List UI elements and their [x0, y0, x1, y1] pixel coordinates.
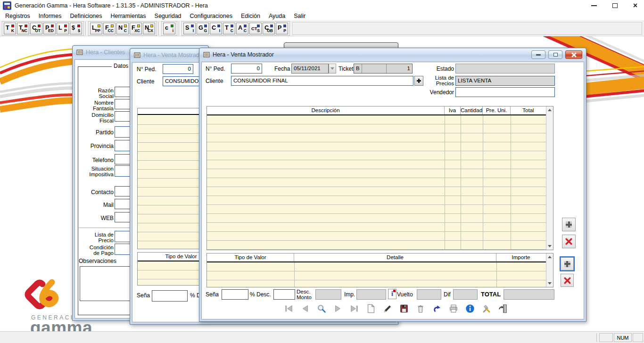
nav-first-icon[interactable]: [283, 303, 294, 314]
scroll-down-icon[interactable]: [546, 243, 553, 250]
maximize-icon[interactable]: [612, 3, 618, 8]
lista-precio-label: Lista de Precio: [79, 232, 114, 243]
menu-registros[interactable]: Registros: [1, 12, 34, 20]
toolbar-button-ped[interactable]: PED: [43, 23, 56, 34]
values-grid-scrollbar[interactable]: [546, 253, 553, 287]
search-icon[interactable]: [316, 303, 327, 314]
toolbar-button-tc[interactable]: TC: [223, 23, 235, 34]
menu-seguridad[interactable]: Seguridad: [150, 12, 186, 20]
minimize-icon[interactable]: [591, 5, 597, 6]
tools-icon[interactable]: [481, 303, 492, 314]
toolbar-button-ncx[interactable]: NCX: [143, 23, 155, 34]
exit-icon[interactable]: [497, 303, 509, 314]
window-venta-mostrador: Hera - Venta Mostrador N° Ped. 0 Fecha 0…: [199, 48, 586, 322]
toolbar-button-ci[interactable]: ci: [163, 23, 175, 34]
toolbar-button-ac[interactable]: AC: [236, 23, 248, 34]
cliente-add-button[interactable]: [414, 76, 423, 86]
items-col-preuni: Pre. Uni.: [483, 106, 511, 114]
items-grid-body[interactable]: [207, 115, 546, 250]
toolbar-button-lpp[interactable]: LPP: [90, 23, 102, 34]
info-icon[interactable]: [464, 303, 476, 314]
venta-minimize-icon[interactable]: [531, 50, 545, 59]
nped-field[interactable]: 0: [163, 64, 193, 74]
fecha-label: Fecha: [274, 65, 290, 72]
values-grid-body[interactable]: [207, 262, 546, 287]
venta-restore-icon[interactable]: [548, 50, 562, 59]
razon-social-label: Razón Social: [79, 88, 114, 99]
mdi-workspace: GENERACIÓN gamma Hera - Clientes Datos R…: [0, 36, 644, 331]
nav-previous-icon[interactable]: [299, 303, 311, 314]
fecha-field[interactable]: 05/11/2021: [291, 64, 329, 74]
plus-icon: [417, 79, 421, 83]
scroll-up-icon[interactable]: [546, 106, 553, 114]
toolbar-button-ci2[interactable]: CI: [210, 23, 222, 34]
main-toolbar: TK TNC COT PED LP $$ LPP FCC NC FXC NCX …: [0, 21, 644, 36]
menu-ayuda[interactable]: Ayuda: [264, 12, 289, 20]
close-icon[interactable]: ×: [633, 2, 637, 9]
values-delete-button[interactable]: [561, 274, 574, 287]
grid-column-divider: [461, 115, 461, 250]
values-grid[interactable]: Tipo de Valor Detalle Importe: [206, 253, 553, 287]
app-titlebar[interactable]: Generación Gamma - Hera Software - 1.31.…: [0, 0, 644, 11]
items-delete-button[interactable]: [562, 235, 576, 248]
nped-field[interactable]: 0: [231, 64, 262, 74]
print-icon[interactable]: [448, 303, 459, 314]
toolbar-separator: [179, 22, 180, 35]
toolbar-group-caja: ci: [161, 21, 177, 36]
delete-record-icon[interactable]: [415, 303, 426, 314]
toolbar-button-tnc[interactable]: TNC: [17, 23, 29, 34]
edit-record-icon[interactable]: [382, 303, 393, 314]
toolbar-button-cob[interactable]: COB: [263, 23, 275, 34]
menu-configuraciones[interactable]: Configuraciones: [186, 12, 237, 20]
values-add-button[interactable]: [561, 257, 574, 270]
sena-field[interactable]: [152, 290, 188, 302]
status-bar: NUM: [0, 331, 644, 343]
toolbar-button-fcc[interactable]: FCC: [103, 23, 116, 34]
change-info-button[interactable]: i: [388, 289, 396, 299]
menu-informes[interactable]: Informes: [34, 12, 66, 20]
menu-herramientas[interactable]: Herramientas: [107, 12, 150, 20]
sena-field[interactable]: [222, 289, 248, 300]
toolbar-button-tk[interactable]: TK: [4, 23, 16, 34]
toolbar-button-fxc[interactable]: FXC: [130, 23, 142, 34]
toolbar-button-money[interactable]: $$: [70, 23, 82, 34]
items-grid[interactable]: Descripción Iva Cantidad Pre. Uni. Total: [206, 106, 553, 250]
scroll-down-icon[interactable]: [546, 280, 553, 287]
new-record-icon[interactable]: [365, 303, 377, 314]
red-dot-icon: [393, 290, 396, 292]
cliente-label: Cliente: [206, 78, 223, 84]
telefono-label: Telefono: [79, 157, 114, 163]
menu-edicion[interactable]: Edición: [237, 12, 264, 20]
scroll-up-icon[interactable]: [546, 253, 553, 261]
pdesc-field[interactable]: [273, 289, 295, 300]
hera-window-icon: [203, 51, 210, 58]
toolbar-button-lp[interactable]: LP: [57, 23, 69, 34]
venta-titlebar[interactable]: Hera - Venta Mostrador: [200, 49, 586, 61]
partido-label: Partido: [79, 129, 114, 136]
items-add-button[interactable]: [562, 218, 576, 231]
toolbar-group-stock: SI GG CI TC AC CTS COB PP: [182, 21, 290, 36]
menu-salir[interactable]: Salir: [289, 12, 310, 20]
statusbar-divider: [596, 333, 597, 342]
vendedor-field[interactable]: [455, 87, 555, 97]
toolbar-button-gg[interactable]: GG: [197, 23, 209, 34]
sena-label: Seña: [206, 291, 219, 298]
venta-close-icon[interactable]: [565, 50, 582, 59]
menu-definiciones[interactable]: Definiciones: [66, 12, 106, 20]
save-icon[interactable]: [398, 303, 410, 314]
toolbar-button-si[interactable]: SI: [183, 23, 196, 34]
app-title: Generación Gamma - Hera Software - 1.31.…: [15, 2, 208, 9]
ticket-letter-cell: B: [354, 64, 362, 73]
toolbar-button-nc[interactable]: NC: [116, 23, 129, 34]
toolbar-button-cts[interactable]: CTS: [249, 23, 262, 34]
fecha-dropdown-icon[interactable]: [329, 64, 336, 74]
undo-icon[interactable]: [431, 303, 443, 314]
items-col-descripcion: Descripción: [207, 106, 445, 114]
cliente-field[interactable]: CONSUMIDOR FINAL: [231, 76, 413, 86]
clientes-tab-datos[interactable]: Datos: [112, 63, 130, 69]
items-grid-scrollbar[interactable]: [546, 106, 553, 250]
nav-next-icon[interactable]: [332, 303, 344, 314]
toolbar-button-pp[interactable]: PP: [276, 23, 288, 34]
situacion-impositiva-label: Situacion Impositiva: [79, 166, 114, 177]
toolbar-button-cot[interactable]: COT: [30, 23, 42, 34]
